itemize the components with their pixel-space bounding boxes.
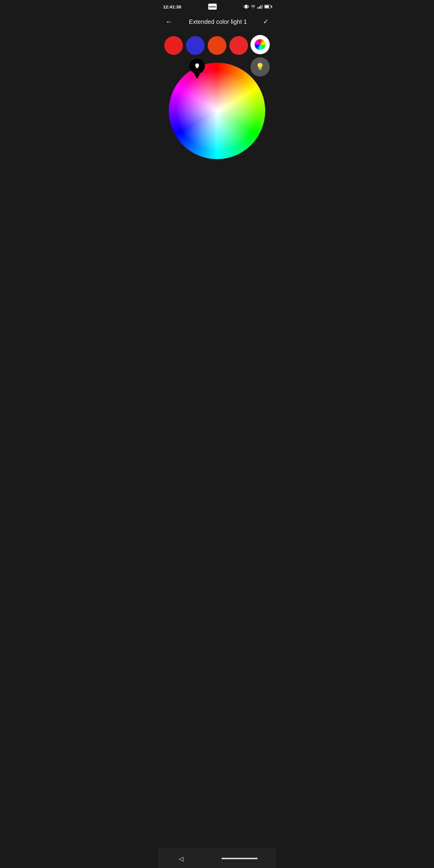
status-icons: SONOS xyxy=(208,4,217,10)
check-icon: ✓ xyxy=(263,19,269,25)
wifi-icon xyxy=(250,4,256,9)
battery-icon xyxy=(264,5,271,8)
status-time: 12:41:38 xyxy=(163,4,181,9)
svg-rect-1 xyxy=(244,5,244,8)
vibrate-icon xyxy=(244,4,249,9)
spacer xyxy=(158,168,276,271)
color-pin-tail xyxy=(194,73,200,79)
confirm-button[interactable]: ✓ xyxy=(262,17,270,26)
status-bar: 12:41:38 SONOS xyxy=(158,0,276,13)
rainbow-icon xyxy=(255,39,266,50)
page-title: Extended color light 1 xyxy=(176,19,259,25)
color-pin-circle xyxy=(189,59,205,74)
svg-rect-0 xyxy=(245,5,247,8)
color-wheel-container[interactable] xyxy=(158,60,276,168)
color-swatch-3[interactable] xyxy=(229,36,248,55)
swatches-row: 💡 xyxy=(158,30,276,60)
back-button[interactable]: ← xyxy=(164,17,174,27)
lamp-pin-icon xyxy=(193,62,201,70)
color-swatch-1[interactable] xyxy=(186,36,205,55)
color-pin[interactable] xyxy=(189,59,206,79)
sonos-logo: SONOS xyxy=(208,4,217,10)
status-right-icons xyxy=(244,4,271,9)
signal-icon xyxy=(257,4,263,9)
color-swatch-0[interactable] xyxy=(164,36,183,55)
sonos-logo-text: SONOS xyxy=(209,6,216,8)
svg-rect-2 xyxy=(248,5,249,8)
back-arrow-icon: ← xyxy=(165,18,173,25)
color-swatch-2[interactable] xyxy=(208,36,226,55)
svg-point-3 xyxy=(253,7,253,8)
color-mode-button[interactable] xyxy=(250,35,270,54)
toolbar: ← Extended color light 1 ✓ xyxy=(158,13,276,30)
color-wheel[interactable] xyxy=(169,63,265,159)
color-wheel-wrapper[interactable] xyxy=(169,63,265,159)
